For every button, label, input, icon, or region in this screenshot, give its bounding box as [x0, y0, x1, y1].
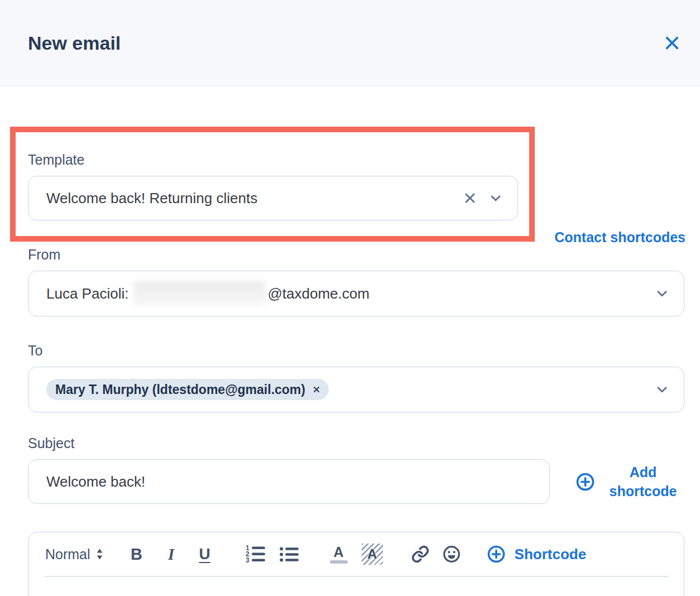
- shortcode-button[interactable]: Shortcode: [515, 541, 587, 567]
- chevron-down-icon[interactable]: [655, 286, 669, 301]
- contact-shortcodes-link[interactable]: Contact shortcodes: [554, 229, 685, 246]
- template-select[interactable]: Welcome back! Returning clients: [28, 176, 518, 220]
- add-shortcode-label: Add shortcode: [603, 463, 683, 501]
- italic-button[interactable]: I: [162, 541, 181, 567]
- from-sender-name: Luca Pacioli:: [46, 285, 128, 302]
- subject-value: Welcome back!: [46, 473, 535, 491]
- modal-content: Template Welcome back! Returning clients…: [0, 127, 700, 596]
- plus-circle-icon: [576, 472, 595, 492]
- from-section: From Luca Pacioli: @taxdome.com: [28, 246, 684, 316]
- paragraph-style-select[interactable]: Normal: [45, 541, 104, 567]
- from-label: From: [28, 246, 684, 263]
- subject-section: Subject Welcome back! Add shortcode: [28, 435, 684, 504]
- add-shortcode-button[interactable]: Add shortcode: [576, 459, 683, 504]
- clear-icon[interactable]: [463, 191, 477, 205]
- svg-text:3: 3: [246, 556, 250, 564]
- editor-content[interactable]: [28, 577, 684, 596]
- subject-label: Subject: [28, 435, 684, 451]
- sort-arrows-icon: [95, 547, 104, 561]
- remove-recipient-icon[interactable]: [312, 385, 321, 394]
- template-highlight-box: Template Welcome back! Returning clients: [10, 127, 535, 242]
- chevron-down-icon[interactable]: [488, 191, 503, 205]
- plus-circle-icon[interactable]: [487, 541, 506, 567]
- modal-header: New email: [0, 0, 700, 86]
- emoji-icon[interactable]: [442, 541, 461, 567]
- to-section: To Mary T. Murphy (ldtestdome@gmail.com): [28, 342, 684, 412]
- from-sender-domain: @taxdome.com: [267, 285, 369, 302]
- template-label: Template: [28, 151, 529, 168]
- close-icon[interactable]: [661, 32, 683, 54]
- chevron-down-icon[interactable]: [655, 382, 669, 397]
- to-select[interactable]: Mary T. Murphy (ldtestdome@gmail.com): [28, 367, 684, 412]
- link-icon[interactable]: [411, 541, 430, 567]
- from-select[interactable]: Luca Pacioli: @taxdome.com: [28, 271, 684, 316]
- subject-input[interactable]: Welcome back!: [28, 459, 550, 504]
- text-color-icon[interactable]: A: [329, 541, 348, 567]
- template-value: Welcome back! Returning clients: [46, 190, 463, 207]
- to-label: To: [28, 342, 684, 359]
- paragraph-style-value: Normal: [45, 546, 90, 563]
- editor-toolbar: Normal B I U 1 2 3: [28, 532, 684, 576]
- underline-button[interactable]: U: [195, 541, 214, 567]
- page-title: New email: [28, 32, 121, 54]
- bullet-list-icon[interactable]: [279, 541, 299, 567]
- recipient-chip[interactable]: Mary T. Murphy (ldtestdome@gmail.com): [46, 379, 329, 400]
- from-value: Luca Pacioli: @taxdome.com: [46, 281, 655, 306]
- email-body-editor: Normal B I U 1 2 3: [28, 532, 684, 596]
- background-color-icon[interactable]: A: [362, 541, 383, 567]
- ordered-list-icon[interactable]: 1 2 3: [246, 541, 266, 567]
- redacted-email: [134, 281, 265, 306]
- bold-button[interactable]: B: [127, 541, 146, 567]
- recipient-chip-label: Mary T. Murphy (ldtestdome@gmail.com): [55, 382, 305, 397]
